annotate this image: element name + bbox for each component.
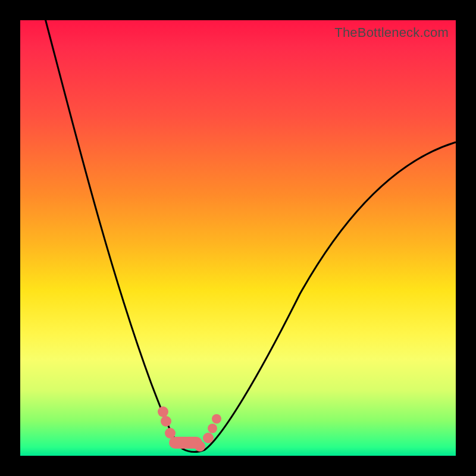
marker-group (158, 406, 221, 452)
marker-dot (203, 433, 214, 443)
marker-dot (208, 424, 217, 433)
plot-area: TheBottleneck.com (20, 20, 456, 456)
curve-left-branch (44, 14, 182, 449)
marker-dot (161, 416, 171, 427)
curve-layer (20, 20, 456, 456)
marker-dot (195, 441, 205, 452)
marker-dot (158, 406, 168, 417)
marker-dot (212, 414, 221, 424)
curve-right-branch (182, 142, 456, 452)
marker-dot (165, 428, 176, 439)
chart-frame: TheBottleneck.com (0, 0, 476, 476)
